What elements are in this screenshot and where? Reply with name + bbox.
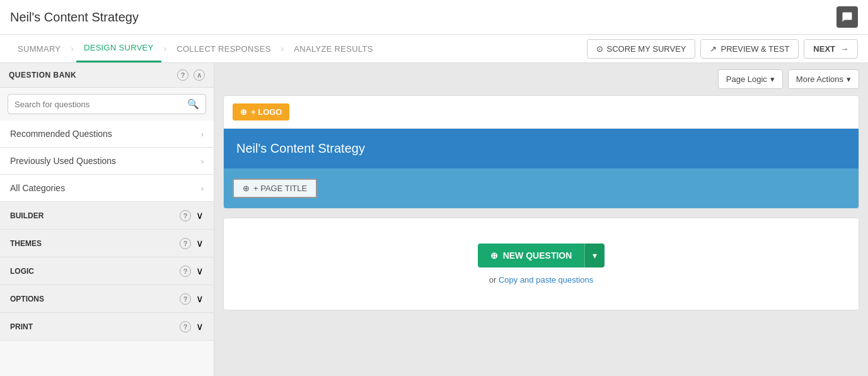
survey-card: ⊕ + LOGO Neil's Content Strategy ⊕ + PAG… — [223, 95, 859, 209]
question-bank-collapse-icon[interactable]: ∧ — [194, 69, 205, 81]
nav-arrow-1: › — [71, 44, 74, 54]
canvas-area: Page Logic ▾ More Actions ▾ ⊕ + LOGO Nei… — [214, 63, 868, 376]
themes-help-icon[interactable]: ? — [180, 238, 191, 249]
page-title-label: + PAGE TITLE — [253, 184, 307, 193]
preview-icon: ↗ — [710, 44, 717, 54]
sidebar: QUESTION BANK ? ∧ 🔍 Recommended Question… — [0, 63, 214, 376]
more-actions-label: More Actions — [796, 74, 843, 84]
page-title-button[interactable]: ⊕ + PAGE TITLE — [233, 179, 317, 198]
logo-bar: ⊕ + LOGO — [224, 96, 859, 129]
preview-test-button[interactable]: ↗ PREVIEW & TEST — [700, 39, 799, 59]
new-question-plus-icon: ⊕ — [490, 250, 498, 261]
copy-paste-text: or Copy and paste questions — [233, 275, 850, 285]
chevron-right-icon-1: › — [201, 129, 204, 139]
themes-title: THEMES — [10, 239, 42, 248]
app-title: Neil's Content Strategy — [10, 10, 836, 25]
previously-used-label: Previously Used Questions — [10, 156, 116, 166]
builder-expand-icon[interactable]: ∨ — [196, 209, 204, 221]
sidebar-item-previously-used[interactable]: Previously Used Questions › — [0, 148, 214, 175]
new-question-label: NEW QUESTION — [503, 250, 572, 261]
canvas-toolbar: Page Logic ▾ More Actions ▾ — [214, 63, 868, 95]
more-actions-dropdown-icon: ▾ — [847, 74, 851, 84]
logic-title: LOGIC — [10, 267, 34, 276]
print-section[interactable]: PRINT ? ∨ — [0, 313, 214, 341]
sidebar-item-all-categories[interactable]: All Categories › — [0, 175, 214, 202]
print-title: PRINT — [10, 322, 33, 331]
logo-label: + LOGO — [251, 107, 282, 117]
recommended-questions-label: Recommended Questions — [10, 129, 112, 139]
builder-icons: ? ∨ — [180, 209, 204, 221]
main-layout: QUESTION BANK ? ∧ 🔍 Recommended Question… — [0, 63, 868, 376]
search-box: 🔍 — [8, 94, 206, 114]
question-bank-icons: ? ∧ — [177, 69, 205, 81]
nav-right-actions: ⊙ SCORE MY SURVEY ↗ PREVIEW & TEST NEXT … — [587, 39, 858, 59]
options-title: OPTIONS — [10, 295, 44, 303]
print-expand-icon[interactable]: ∨ — [196, 320, 204, 332]
all-categories-label: All Categories — [10, 183, 65, 193]
page-logic-dropdown-icon: ▾ — [770, 74, 775, 84]
themes-section[interactable]: THEMES ? ∨ — [0, 230, 214, 257]
logic-icons: ? ∨ — [180, 265, 204, 277]
themes-expand-icon[interactable]: ∨ — [196, 237, 204, 249]
search-input[interactable] — [14, 100, 187, 109]
question-bank-title: QUESTION BANK — [9, 71, 76, 79]
next-label: NEXT — [813, 44, 835, 54]
print-help-icon[interactable]: ? — [180, 321, 191, 332]
page-logic-button[interactable]: Page Logic ▾ — [718, 69, 783, 89]
logic-section[interactable]: LOGIC ? ∨ — [0, 257, 214, 285]
score-label: SCORE MY SURVEY — [607, 44, 686, 54]
options-section[interactable]: OPTIONS ? ∨ — [0, 285, 214, 313]
new-question-btn-group: ⊕ NEW QUESTION ▾ — [478, 244, 605, 267]
question-bank-header: QUESTION BANK ? ∧ — [0, 63, 214, 88]
nav-analyze-results[interactable]: ANALYZE RESULTS — [286, 35, 380, 62]
new-question-button[interactable]: ⊕ NEW QUESTION — [478, 244, 585, 267]
survey-title: Neil's Content Strategy — [236, 141, 365, 155]
nav-collect-responses[interactable]: COLLECT RESPONSES — [169, 35, 278, 62]
logo-plus-icon: ⊕ — [240, 107, 247, 117]
options-expand-icon[interactable]: ∨ — [196, 293, 204, 305]
question-bank-help-icon[interactable]: ? — [177, 69, 188, 81]
more-actions-button[interactable]: More Actions ▾ — [788, 69, 859, 89]
themes-icons: ? ∨ — [180, 237, 204, 249]
builder-help-icon[interactable]: ? — [180, 210, 191, 221]
top-bar: Neil's Content Strategy — [0, 0, 868, 35]
chevron-right-icon-2: › — [201, 156, 204, 166]
nav-arrow-2: › — [164, 44, 167, 54]
copy-paste-link[interactable]: Copy and paste questions — [499, 275, 593, 285]
nav-summary[interactable]: SUMMARY — [10, 35, 68, 62]
nav-design-survey[interactable]: DESIGN SURVEY — [76, 35, 161, 62]
page-title-plus-icon: ⊕ — [243, 184, 250, 193]
logic-help-icon[interactable]: ? — [180, 266, 191, 277]
builder-title: BUILDER — [10, 211, 43, 220]
chat-icon[interactable] — [836, 6, 858, 28]
search-icon[interactable]: 🔍 — [187, 98, 199, 110]
score-icon: ⊙ — [596, 44, 603, 54]
builder-section[interactable]: BUILDER ? ∨ — [0, 202, 214, 230]
nav-bar: SUMMARY › DESIGN SURVEY › COLLECT RESPON… — [0, 35, 868, 63]
preview-label: PREVIEW & TEST — [720, 44, 789, 54]
logo-button[interactable]: ⊕ + LOGO — [233, 103, 289, 120]
survey-title-bar: Neil's Content Strategy — [224, 129, 859, 168]
sidebar-item-recommended[interactable]: Recommended Questions › — [0, 120, 214, 148]
options-icons: ? ∨ — [180, 293, 204, 305]
new-question-arrow-icon: ▾ — [593, 250, 597, 261]
page-title-area: ⊕ + PAGE TITLE — [224, 168, 859, 208]
print-icons: ? ∨ — [180, 320, 204, 332]
score-survey-button[interactable]: ⊙ SCORE MY SURVEY — [587, 39, 696, 59]
options-help-icon[interactable]: ? — [180, 293, 191, 305]
next-arrow-icon: → — [840, 44, 848, 54]
page-logic-label: Page Logic — [726, 74, 767, 84]
logic-expand-icon[interactable]: ∨ — [196, 265, 204, 277]
chevron-right-icon-3: › — [201, 184, 204, 193]
nav-arrow-3: › — [281, 44, 284, 54]
next-button[interactable]: NEXT → — [804, 39, 858, 59]
new-question-area: ⊕ NEW QUESTION ▾ or Copy and paste quest… — [223, 218, 859, 310]
new-question-dropdown-button[interactable]: ▾ — [584, 244, 605, 267]
